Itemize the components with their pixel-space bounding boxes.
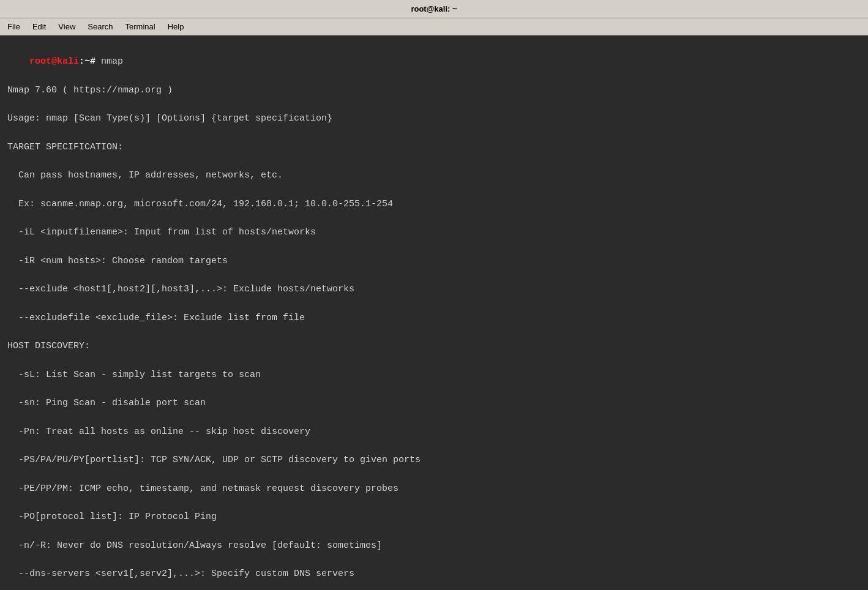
- output-line-16: -n/-R: Never do DNS resolution/Always re…: [7, 540, 382, 551]
- terminal-content[interactable]: root@kali:~# nmap Nmap 7.60 ( https://nm…: [0, 35, 868, 590]
- prompt-symbol: #: [90, 56, 95, 67]
- output-line-8: --excludefile <exclude_file>: Exclude li…: [7, 313, 305, 323]
- output-line-1: Usage: nmap [Scan Type(s)] [Options] {ta…: [7, 113, 332, 124]
- output-line-6: -iR <num hosts>: Choose random targets: [7, 256, 228, 266]
- prompt-path: :~: [79, 56, 90, 67]
- menu-search[interactable]: Search: [83, 21, 118, 32]
- output-line-13: -PS/PA/PU/PY[portlist]: TCP SYN/ACK, UDP…: [7, 455, 421, 465]
- output-line-12: -Pn: Treat all hosts as online -- skip h…: [7, 427, 310, 437]
- menu-file[interactable]: File: [2, 21, 25, 32]
- title-bar: root@kali: ~: [0, 0, 868, 18]
- output-line-5: -iL <inputfilename>: Input from list of …: [7, 227, 316, 237]
- menu-terminal[interactable]: Terminal: [121, 21, 160, 32]
- prompt-user: root@kali: [29, 56, 79, 67]
- output-line-11: -sn: Ping Scan - disable port scan: [7, 398, 206, 408]
- menu-help[interactable]: Help: [163, 21, 189, 32]
- output-line-10: -sL: List Scan - simply list targets to …: [7, 370, 261, 380]
- output-line-14: -PE/PP/PM: ICMP echo, timestamp, and net…: [7, 484, 398, 494]
- output-line-7: --exclude <host1[,host2][,host3],...>: E…: [7, 284, 354, 294]
- output-line-17: --dns-servers <serv1[,serv2],...>: Speci…: [7, 569, 354, 579]
- output-line-0: Nmap 7.60 ( https://nmap.org ): [7, 85, 173, 95]
- menu-bar: File Edit View Search Terminal Help: [0, 18, 868, 35]
- output-line-9: HOST DISCOVERY:: [7, 341, 90, 351]
- output-line-2: TARGET SPECIFICATION:: [7, 142, 123, 152]
- menu-edit[interactable]: Edit: [28, 21, 51, 32]
- command-text: nmap: [95, 56, 123, 67]
- output-line-15: -PO[protocol list]: IP Protocol Ping: [7, 512, 217, 522]
- output-line-3: Can pass hostnames, IP addresses, networ…: [7, 170, 283, 181]
- output-line-4: Ex: scanme.nmap.org, microsoft.com/24, 1…: [7, 199, 393, 209]
- title-bar-text: root@kali: ~: [411, 4, 457, 13]
- menu-view[interactable]: View: [53, 21, 80, 32]
- terminal-window: root@kali: ~ File Edit View Search Termi…: [0, 0, 868, 590]
